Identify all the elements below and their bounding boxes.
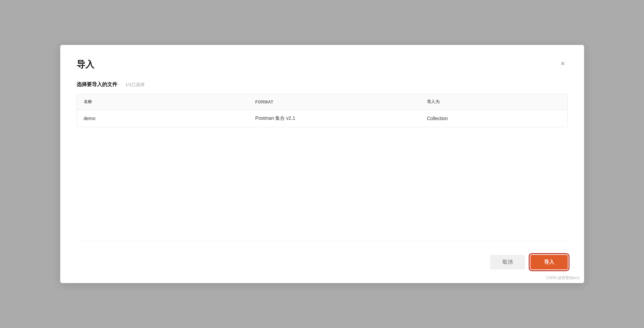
cell-import-as: Collection bbox=[420, 110, 567, 127]
table-container: 名称 FORMAT 导入为 demo Postman 集合 v2.1 Colle… bbox=[77, 94, 568, 127]
dialog-overlay: 导入 × 选择要导入的文件 · 1/1已选择 名称 FORMAT 导入为 bbox=[0, 0, 644, 328]
close-button[interactable]: × bbox=[558, 59, 568, 69]
table-header-row: 名称 FORMAT 导入为 bbox=[77, 94, 567, 110]
col-header-import-as: 导入为 bbox=[420, 94, 567, 110]
table-row: demo Postman 集合 v2.1 Collection bbox=[77, 110, 567, 127]
cell-name: demo bbox=[77, 110, 249, 127]
import-dialog: 导入 × 选择要导入的文件 · 1/1已选择 名称 FORMAT 导入为 bbox=[60, 45, 584, 283]
col-header-format: FORMAT bbox=[248, 94, 420, 110]
dialog-header: 导入 × bbox=[77, 59, 568, 70]
section-title: 选择要导入的文件 bbox=[77, 81, 117, 88]
dialog-content: 名称 FORMAT 导入为 demo Postman 集合 v2.1 Colle… bbox=[77, 94, 568, 241]
table-body: demo Postman 集合 v2.1 Collection bbox=[77, 110, 567, 127]
import-table: 名称 FORMAT 导入为 demo Postman 集合 v2.1 Colle… bbox=[77, 94, 567, 127]
cancel-button[interactable]: 取消 bbox=[490, 255, 525, 269]
section-dot: · bbox=[121, 82, 122, 87]
section-title-row: 选择要导入的文件 · 1/1已选择 bbox=[77, 81, 568, 88]
cell-format: Postman 集合 v2.1 bbox=[248, 110, 420, 127]
col-header-name: 名称 bbox=[77, 94, 249, 110]
watermark: CSDN @西普的jno1 bbox=[546, 275, 580, 280]
dialog-title: 导入 bbox=[77, 59, 94, 70]
section-subtitle: 1/1已选择 bbox=[125, 82, 145, 88]
dialog-footer: 取消 导入 bbox=[77, 241, 568, 269]
table-head: 名称 FORMAT 导入为 bbox=[77, 94, 567, 110]
import-button[interactable]: 导入 bbox=[530, 255, 568, 269]
